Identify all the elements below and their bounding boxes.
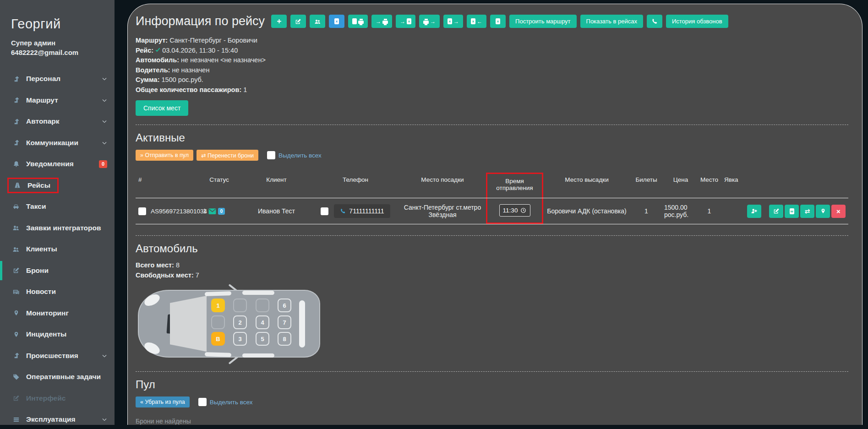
- edit-booking-button[interactable]: [769, 205, 783, 218]
- users-icon: [11, 246, 21, 253]
- departure-time-input[interactable]: 11:30: [499, 204, 530, 217]
- sidebar-item-label: Автопарк: [26, 117, 60, 125]
- transfer-bookings-button[interactable]: ⇄ Перенести брони: [197, 150, 258, 161]
- seat-empty[interactable]: [256, 299, 269, 312]
- vehicle-info: Всего мест: 8 Свободных мест: 7: [136, 261, 848, 280]
- envelope-icon[interactable]: [208, 208, 216, 215]
- excel-export-button[interactable]: x→: [443, 15, 463, 28]
- trip-passengers-line: Общее количество пассажиров: 1: [136, 85, 848, 95]
- passengers-button[interactable]: [310, 15, 325, 28]
- edit-square-icon: [11, 395, 21, 402]
- total-seats-value: 8: [176, 261, 180, 269]
- divider: [136, 235, 848, 236]
- vehicle-value: не незначен <не назначен>: [181, 56, 266, 64]
- sidebar-item-monitoring[interactable]: Мониторинг: [0, 303, 115, 324]
- seat-cell: 1: [699, 198, 720, 224]
- edit-square-icon: [773, 208, 780, 214]
- phone-call-button[interactable]: 71111111111: [334, 204, 390, 218]
- send-to-pool-button[interactable]: » Отправить в пул: [136, 150, 193, 161]
- seat-driver[interactable]: B: [211, 332, 225, 346]
- sidebar-item-news[interactable]: Новости: [0, 281, 115, 303]
- print-export-button[interactable]: →: [419, 15, 440, 28]
- sidebar-item-personal[interactable]: Персонал: [0, 68, 115, 90]
- seat-7[interactable]: 7: [278, 315, 291, 329]
- import-print-button[interactable]: →: [371, 15, 392, 28]
- chevron-down-icon: [102, 76, 107, 81]
- seat-4[interactable]: 4: [256, 315, 269, 329]
- delete-booking-button[interactable]: ×: [831, 205, 846, 218]
- sidebar-item-interface[interactable]: Интерфейс: [0, 388, 115, 409]
- word-document-button[interactable]: w: [785, 205, 799, 218]
- sidebar-item-label: Новости: [26, 288, 56, 296]
- divider: [136, 371, 848, 372]
- col-header-attendance: Явка: [720, 173, 848, 198]
- bookings-table: # Статус Клиент Телефон Место посадки Вр…: [136, 173, 848, 224]
- seat-8[interactable]: 8: [278, 332, 291, 346]
- col-header-client: Клиент: [241, 173, 312, 198]
- sidebar-item-integrator-requests[interactable]: Заявки интеграторов: [0, 217, 115, 239]
- edit-trip-button[interactable]: [290, 15, 306, 28]
- driver-value: не назначен: [172, 66, 209, 74]
- seat-6[interactable]: 6: [278, 299, 291, 312]
- trip-route-line: Маршрут: Санкт-Петербург - Боровичи: [136, 36, 848, 46]
- sidebar-item-notifications[interactable]: Уведомления 0: [0, 153, 115, 175]
- seat-3[interactable]: 3: [233, 332, 247, 346]
- sidebar-item-incidents[interactable]: Инциденты: [0, 324, 115, 345]
- sidebar-item-route[interactable]: Маршрут: [0, 90, 115, 111]
- row-checkbox[interactable]: [138, 207, 146, 215]
- sidebar-item-bookings[interactable]: Брони: [0, 260, 115, 282]
- map-pin-button[interactable]: [816, 205, 830, 218]
- title-bar: Информация по рейсу x → →x → x→ x← x Пос…: [136, 14, 848, 28]
- remove-from-pool-button[interactable]: « Убрать из пула: [136, 396, 190, 407]
- sidebar-item-communications[interactable]: Коммуникации: [0, 132, 115, 154]
- driver-label: Водитель:: [136, 66, 170, 74]
- excel-file-button[interactable]: x: [490, 15, 506, 28]
- build-route-button[interactable]: Построить маршрут: [509, 15, 576, 28]
- sidebar-item-accidents[interactable]: Происшествия: [0, 345, 115, 367]
- seat-2[interactable]: 2: [233, 315, 247, 329]
- sidebar-item-fleet[interactable]: Автопарк: [0, 111, 115, 132]
- phone-checkbox[interactable]: [321, 207, 328, 215]
- add-button[interactable]: [271, 15, 287, 28]
- map-marker-icon: [820, 208, 826, 214]
- transfer-booking-button[interactable]: ⇄: [800, 205, 814, 218]
- print-copies-button[interactable]: [348, 15, 368, 28]
- sms-count-icon[interactable]: 0: [218, 208, 225, 215]
- level-up-icon: [11, 139, 21, 146]
- call-history-button[interactable]: История обзвонов: [666, 15, 728, 28]
- select-all-checkbox[interactable]: [267, 151, 275, 159]
- sidebar-item-trips[interactable]: Рейсы: [0, 175, 115, 196]
- bell-icon: [11, 161, 21, 168]
- sidebar-item-label: Уведомления: [26, 160, 74, 168]
- arrow-right-icon: →: [430, 19, 436, 24]
- free-seats-label: Свободных мест:: [136, 272, 194, 279]
- tickets-cell: 1: [630, 198, 662, 224]
- sidebar-item-operational-tasks[interactable]: Оперативные задачи: [0, 366, 115, 388]
- seat-empty[interactable]: [211, 315, 225, 329]
- seat-empty[interactable]: [233, 299, 247, 312]
- windshield-shape: [170, 296, 207, 352]
- sidebar-item-taxi[interactable]: Такси: [0, 196, 115, 217]
- passengers-value: 1: [243, 86, 247, 93]
- show-in-trips-button[interactable]: Показать в рейсах: [580, 15, 643, 28]
- pool-select-all-label: Выделить всех: [210, 399, 253, 406]
- col-header-price: Цена: [662, 173, 699, 198]
- route-value: Санкт-Петербург - Боровичи: [169, 37, 257, 44]
- excel-import-button[interactable]: x←: [467, 15, 486, 28]
- add-passenger-button[interactable]: [747, 205, 761, 218]
- seat-5[interactable]: 5: [256, 332, 269, 346]
- col-header-seat: Место: [699, 173, 720, 198]
- chevron-down-icon: [102, 140, 107, 146]
- price-cell: 1500.00 рос.руб.: [662, 198, 699, 224]
- sidebar-item-exploitation[interactable]: Эксплуатация: [0, 409, 115, 425]
- pool-section-title: Пул: [136, 378, 848, 391]
- import-excel-button[interactable]: →x: [396, 15, 415, 28]
- seats-list-button[interactable]: Список мест: [136, 100, 188, 116]
- seat-1[interactable]: 1: [211, 299, 225, 312]
- call-button[interactable]: [647, 15, 662, 28]
- sidebar-item-clients[interactable]: Клиенты: [0, 239, 115, 260]
- road-icon: [13, 182, 22, 189]
- pool-select-all-checkbox[interactable]: [198, 398, 207, 406]
- sidebar-item-label: Интерфейс: [26, 394, 66, 402]
- export-excel-button[interactable]: x: [329, 15, 344, 28]
